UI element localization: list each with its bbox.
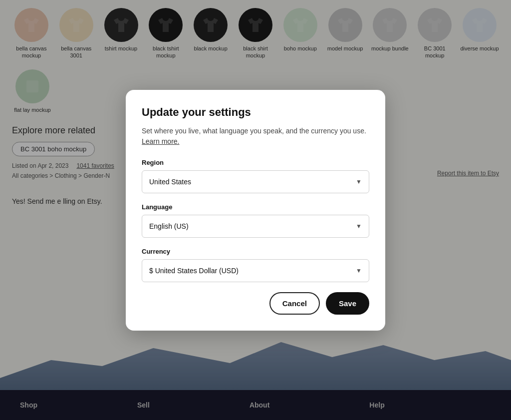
currency-select[interactable]: $ United States Dollar (USD)£ British Po… xyxy=(142,260,369,282)
currency-select-wrapper: $ United States Dollar (USD)£ British Po… xyxy=(142,259,369,282)
language-select-wrapper: English (US)English (UK)DeutschFrançaisE… xyxy=(142,215,369,238)
modal-description: Set where you live, what language you sp… xyxy=(142,126,369,147)
currency-label: Currency xyxy=(142,248,369,255)
learn-more-link[interactable]: Learn more. xyxy=(142,137,179,145)
currency-field-group: Currency $ United States Dollar (USD)£ B… xyxy=(142,248,369,282)
save-button[interactable]: Save xyxy=(326,292,369,315)
language-field-group: Language English (US)English (UK)Deutsch… xyxy=(142,203,369,238)
modal-actions: Cancel Save xyxy=(142,292,369,315)
modal-desc-text: Set where you live, what language you sp… xyxy=(142,127,366,135)
modal-title: Update your settings xyxy=(142,106,369,119)
language-select[interactable]: English (US)English (UK)DeutschFrançaisE… xyxy=(142,215,369,237)
region-label: Region xyxy=(142,159,369,166)
settings-modal: Update your settings Set where you live,… xyxy=(126,90,385,331)
region-field-group: Region United StatesUnited KingdomCanada… xyxy=(142,159,369,193)
language-label: Language xyxy=(142,203,369,211)
region-select-wrapper: United StatesUnited KingdomCanadaAustral… xyxy=(142,170,369,193)
cancel-button[interactable]: Cancel xyxy=(269,292,320,315)
region-select[interactable]: United StatesUnited KingdomCanadaAustral… xyxy=(142,171,369,193)
